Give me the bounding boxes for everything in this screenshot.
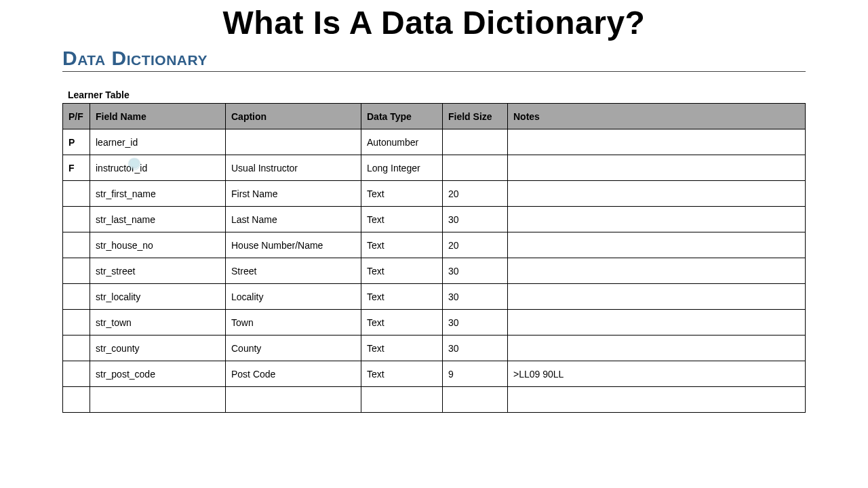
cell-size [443, 129, 508, 155]
cell-caption: Locality [226, 284, 361, 310]
cell-caption: Town [226, 310, 361, 336]
cell-field: instructor_id [90, 155, 226, 181]
cell-size [443, 387, 508, 413]
cell-field: str_town [90, 310, 226, 336]
table-row: str_first_nameFirst NameText20 [63, 181, 806, 207]
cell-caption: Usual Instructor [226, 155, 361, 181]
cell-field: str_house_no [90, 232, 226, 258]
cell-pf [63, 232, 90, 258]
cell-type: Text [361, 258, 443, 284]
table-row: str_townTownText30 [63, 310, 806, 336]
cell-pf: P [63, 129, 90, 155]
cell-field: str_street [90, 258, 226, 284]
table-label: Learner Table [62, 89, 806, 100]
cell-pf [63, 258, 90, 284]
cell-size: 20 [443, 232, 508, 258]
table-row [63, 387, 806, 413]
cell-size: 30 [443, 258, 508, 284]
cell-pf [63, 387, 90, 413]
cell-type: Text [361, 284, 443, 310]
cell-type: Text [361, 336, 443, 361]
cell-notes [508, 207, 806, 232]
table-row: str_streetStreetText30 [63, 258, 806, 284]
table-row: Finstructor_idUsual InstructorLong Integ… [63, 155, 806, 181]
table-row: str_last_nameLast NameText30 [63, 207, 806, 232]
cell-notes [508, 387, 806, 413]
cell-size: 30 [443, 284, 508, 310]
cell-notes [508, 284, 806, 310]
cell-field: learner_id [90, 129, 226, 155]
cell-notes [508, 129, 806, 155]
cell-type: Long Integer [361, 155, 443, 181]
cell-field [90, 387, 226, 413]
cell-caption: Post Code [226, 361, 361, 387]
table-row: Plearner_idAutonumber [63, 129, 806, 155]
table-row: str_localityLocalityText30 [63, 284, 806, 310]
cell-notes [508, 155, 806, 181]
cell-type [361, 387, 443, 413]
col-caption: Caption [226, 104, 361, 129]
cell-notes [508, 258, 806, 284]
cell-field: str_last_name [90, 207, 226, 232]
table-header-row: P/F Field Name Caption Data Type Field S… [63, 104, 806, 129]
cell-type: Autonumber [361, 129, 443, 155]
cell-caption: Last Name [226, 207, 361, 232]
cell-notes [508, 181, 806, 207]
cell-size [443, 155, 508, 181]
cell-field: str_post_code [90, 361, 226, 387]
cell-pf [63, 310, 90, 336]
cell-type: Text [361, 207, 443, 232]
cell-pf [63, 181, 90, 207]
cell-caption [226, 129, 361, 155]
cell-type: Text [361, 361, 443, 387]
table-row: str_post_codePost CodeText9>LL09 90LL [63, 361, 806, 387]
cell-caption: House Number/Name [226, 232, 361, 258]
cell-caption [226, 387, 361, 413]
cell-caption: County [226, 336, 361, 361]
col-pf: P/F [63, 104, 90, 129]
cell-type: Text [361, 310, 443, 336]
col-type: Data Type [361, 104, 443, 129]
cell-pf [63, 361, 90, 387]
cell-size: 30 [443, 207, 508, 232]
cell-notes [508, 310, 806, 336]
cell-notes: >LL09 90LL [508, 361, 806, 387]
cell-notes [508, 232, 806, 258]
cell-type: Text [361, 181, 443, 207]
col-size: Field Size [443, 104, 508, 129]
table-row: str_house_noHouse Number/NameText20 [63, 232, 806, 258]
cell-type: Text [361, 232, 443, 258]
cell-field: str_locality [90, 284, 226, 310]
cell-pf: F [63, 155, 90, 181]
cell-size: 9 [443, 361, 508, 387]
cell-size: 30 [443, 336, 508, 361]
cell-pf [63, 336, 90, 361]
col-field: Field Name [90, 104, 226, 129]
cell-field: str_first_name [90, 181, 226, 207]
cell-caption: First Name [226, 181, 361, 207]
data-dictionary-table: P/F Field Name Caption Data Type Field S… [62, 103, 806, 413]
cell-size: 30 [443, 310, 508, 336]
cell-caption: Street [226, 258, 361, 284]
cell-size: 20 [443, 181, 508, 207]
cell-pf [63, 207, 90, 232]
section-heading: Data Dictionary [62, 47, 806, 72]
cell-notes [508, 336, 806, 361]
cell-field: str_county [90, 336, 226, 361]
cell-pf [63, 284, 90, 310]
table-row: str_countyCountyText30 [63, 336, 806, 361]
col-notes: Notes [508, 104, 806, 129]
page-title: What Is A Data Dictionary? [33, 4, 835, 41]
